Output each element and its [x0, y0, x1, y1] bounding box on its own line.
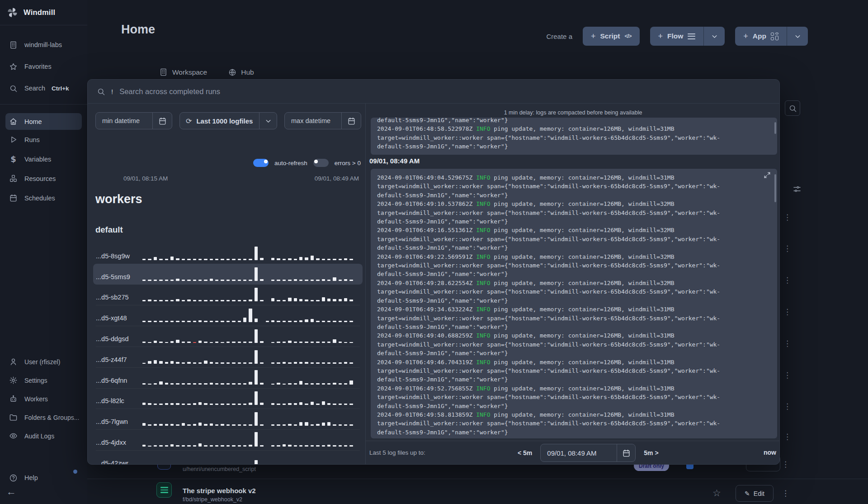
now-button[interactable]: now: [764, 449, 776, 456]
toggles-row: auto-refresh errors > 0: [253, 159, 361, 167]
worker-row[interactable]: ...d5-6qfnn: [93, 367, 363, 388]
search-icon: [97, 87, 105, 96]
kebab-menu-icon[interactable]: ⋮: [782, 490, 789, 497]
errors-toggle[interactable]: [313, 159, 329, 167]
tab-workspace[interactable]: Workspace: [159, 68, 207, 76]
worker-name: ...d5-ddgsd: [96, 335, 142, 342]
kebab-menu-icon[interactable]: ⋮: [783, 276, 791, 284]
create-flow-button[interactable]: + Flow: [650, 32, 704, 41]
worker-activity-sparkline: [142, 327, 353, 343]
sidebar-item-search[interactable]: SearchCtrl+k: [0, 77, 87, 99]
chevron-down-icon[interactable]: [259, 117, 277, 125]
sidebar-item-runs[interactable]: Runs: [0, 130, 87, 149]
expand-icon[interactable]: [764, 171, 771, 179]
sidebar-item-schedules[interactable]: Schedules: [0, 188, 87, 208]
sidebar-item-settings[interactable]: Settings: [0, 371, 87, 390]
sidebar-item-workspace[interactable]: windmill-labs: [0, 34, 87, 56]
worker-name: ...d5-sb275: [96, 294, 142, 301]
worker-name: ...d5-z44f7: [96, 356, 142, 363]
calendar-icon: [9, 194, 18, 202]
sidebar-item-variables[interactable]: $Variables: [0, 149, 87, 169]
worker-list: ...d5-8sg9w...d5-5sms9...d5-sb275...d5-x…: [93, 243, 363, 465]
building-icon: [159, 68, 168, 76]
brand[interactable]: Windmill: [0, 0, 87, 24]
sidebar-item-folders[interactable]: Folders & Groups...: [0, 408, 87, 427]
worker-name: ...d5-4jdxx: [96, 439, 142, 446]
globe-icon: [228, 68, 236, 76]
calendar-icon[interactable]: [153, 117, 172, 125]
sidebar-item-home[interactable]: Home: [5, 113, 82, 130]
flow-title[interactable]: The stripe webhook v2: [183, 487, 256, 494]
worker-activity-sparkline: [142, 244, 353, 260]
worker-activity-sparkline: [142, 347, 353, 364]
kebab-menu-icon[interactable]: ⋮: [783, 403, 791, 410]
log-datetime-input[interactable]: 09/01, 08:49 AM: [540, 444, 636, 462]
log-footer: Last 5 log files up to: < 5m 09/01, 08:4…: [366, 441, 780, 464]
keyboard-shortcut: Ctrl+k: [52, 85, 69, 92]
script-path[interactable]: u/henri/unencumbered_script: [183, 466, 256, 472]
tab-hub[interactable]: Hub: [228, 68, 254, 76]
kebab-menu-icon[interactable]: ⋮: [783, 308, 791, 316]
filter-sliders-icon[interactable]: [793, 185, 802, 194]
create-app-button[interactable]: + App: [735, 32, 787, 41]
edit-button[interactable]: ✎ Edit: [736, 485, 774, 502]
windmill-logo-icon: [6, 6, 19, 19]
logfiles-dropdown[interactable]: ⟳ Last 1000 logfiles: [179, 112, 277, 129]
app-dropdown-button[interactable]: [787, 27, 808, 46]
calendar-icon[interactable]: [342, 117, 361, 125]
home-tabs: Workspace Hub: [159, 68, 254, 76]
min-datetime-input[interactable]: min datetime: [95, 112, 172, 129]
search-items-button[interactable]: [785, 100, 800, 116]
kebab-menu-icon[interactable]: ⋮: [783, 214, 791, 221]
worker-row[interactable]: ...d5-xgt48: [93, 305, 363, 326]
auto-refresh-toggle[interactable]: [253, 159, 269, 167]
worker-row[interactable]: ...d5-5sms9: [93, 264, 363, 285]
create-script-button[interactable]: + Script </>: [583, 27, 640, 46]
workers-pane: min datetime ⟳ Last 1000 logfiles max da…: [88, 104, 365, 464]
collapse-sidebar-button[interactable]: ←: [6, 486, 16, 498]
sidebar-item-workers[interactable]: Workers: [0, 390, 87, 408]
divider: [0, 104, 87, 105]
kebab-menu-icon[interactable]: ⋮: [782, 461, 789, 468]
sidebar-item-user[interactable]: User (rfiszel): [0, 352, 87, 371]
worker-row[interactable]: ...d5-sb275: [93, 285, 363, 305]
search-icon: [9, 84, 18, 93]
sidebar-item-label: Audit Logs: [24, 433, 54, 440]
star-outline-icon[interactable]: ☆: [712, 488, 721, 499]
next-5m-button[interactable]: 5m >: [644, 449, 658, 456]
worker-name: ...d5-42zwr: [96, 460, 142, 465]
worker-row[interactable]: ...d5-7lgwn: [93, 409, 363, 429]
search-input[interactable]: [119, 87, 526, 96]
search-icon: [788, 104, 797, 113]
back-arrow-icon: ←: [6, 486, 16, 497]
previous-5m-button[interactable]: < 5m: [518, 449, 532, 456]
kebab-menu-icon[interactable]: ⋮: [783, 245, 791, 252]
worker-row[interactable]: ...d5-4jdxx: [93, 429, 363, 450]
plus-icon: +: [591, 32, 596, 41]
worker-row[interactable]: ...d5-l82lc: [93, 388, 363, 409]
worker-row[interactable]: ...d5-z44f7: [93, 347, 363, 367]
modal-search-bar: !: [88, 80, 779, 104]
kebab-menu-icon[interactable]: ⋮: [783, 371, 791, 379]
worker-row[interactable]: ...d5-42zwr: [93, 450, 363, 465]
sidebar-item-label: Schedules: [24, 195, 55, 202]
worker-row[interactable]: ...d5-ddgsd: [93, 326, 363, 347]
worker-name: ...d5-7lgwn: [96, 418, 142, 425]
calendar-icon[interactable]: [617, 449, 635, 457]
sidebar-item-favorites[interactable]: Favorites: [0, 56, 87, 77]
worker-row[interactable]: ...d5-8sg9w: [93, 243, 363, 264]
sidebar-item-audit[interactable]: Audit Logs: [0, 427, 87, 445]
max-datetime-input[interactable]: max datetime: [284, 112, 361, 129]
flow-dropdown-button[interactable]: [703, 27, 725, 46]
worker-name: ...d5-l82lc: [96, 397, 142, 404]
sidebar-item-resources[interactable]: Resources: [0, 169, 87, 188]
kebab-menu-icon[interactable]: ⋮: [783, 433, 791, 441]
worker-activity-sparkline: [142, 265, 353, 281]
log-block-previous: default-5sms9-Jmn1G","name":"worker"}202…: [371, 118, 777, 155]
bot-icon: [9, 395, 18, 403]
gear-icon: [9, 376, 18, 385]
building-icon: [9, 41, 18, 49]
sidebar-item-label: Resources: [24, 175, 56, 182]
kebab-menu-icon[interactable]: ⋮: [783, 340, 791, 347]
create-flow-button-group: + Flow: [650, 27, 725, 46]
